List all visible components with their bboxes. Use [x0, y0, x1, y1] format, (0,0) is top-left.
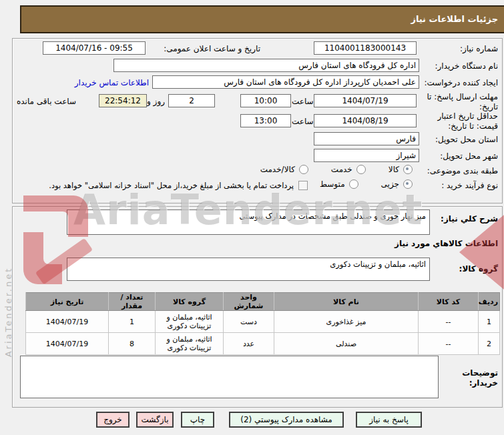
- classification-label: طبقه بندی موضوعی:: [427, 166, 498, 175]
- classification-option-goods-service[interactable]: کالا/خدمت: [260, 165, 308, 174]
- radio-medium-icon[interactable]: [349, 179, 358, 189]
- col-row-number: ردیف: [479, 293, 500, 311]
- response-deadline-label-line2: تاریخ:: [479, 102, 498, 111]
- cell-need-date: 1404/07/19: [26, 311, 109, 333]
- buyer-org-field[interactable]: اداره کل فرودگاه های استان فارس: [113, 59, 419, 72]
- buyer-notes-label-line2: خریدار:: [469, 378, 498, 388]
- radio-minor-icon[interactable]: [403, 179, 413, 189]
- cell-row-number: 1: [479, 311, 500, 333]
- remaining-suffix-label: ساعت باقی مانده: [17, 97, 76, 106]
- buyer-notes-label-line1: توضیحات: [462, 368, 498, 378]
- col-need-date: تاریخ نیاز: [26, 293, 109, 311]
- process-type-option-minor-label: جزیی: [381, 179, 399, 189]
- buyer-org-label: نام دستگاه خریدار:: [435, 61, 499, 71]
- cell-row-number: 2: [479, 333, 500, 355]
- goods-group-textarea[interactable]: اثاثیه، مبلمان و تزیینات دکوری: [67, 258, 430, 281]
- exit-button[interactable]: خروج: [96, 412, 130, 428]
- cell-goods-name: میز غذاخوری: [274, 311, 419, 333]
- buyer-notes-textarea[interactable]: [20, 356, 439, 398]
- col-goods-code: کد کالا: [419, 293, 479, 311]
- request-creator-label: ایجاد کننده درخواست:: [424, 78, 498, 87]
- goods-table: ردیف کد کالا نام کالا واحد شمارش گروه کا…: [25, 292, 500, 355]
- price-validity-label-line1: حداقل تاریخ اعتبار: [437, 111, 498, 121]
- cell-goods-group: اثاثیه، مبلمان و تزیینات دکوری: [156, 311, 224, 333]
- col-count-unit: واحد شمارش: [224, 293, 274, 311]
- delivery-city-label: شهر محل تحویل:: [440, 151, 498, 161]
- remaining-time-field: 22:54:12: [99, 94, 147, 107]
- need-number-label: شماره نیاز:: [460, 44, 498, 53]
- delivery-province-label: استان محل تحویل:: [435, 135, 498, 144]
- cell-count-unit: دست: [224, 311, 274, 333]
- need-details-page: { "title": "جزئیات اطلاعات نیاز", "water…: [0, 0, 504, 435]
- response-deadline-label-line1: مهلت ارسال پاسخ: تا: [427, 92, 498, 101]
- response-deadline-hour-label: ساعت: [292, 97, 314, 106]
- need-description-textarea[interactable]: میز نهار خوری و صندلی طبق مشخصات در مدار…: [67, 209, 430, 235]
- process-type-option-medium[interactable]: متوسط: [320, 179, 358, 189]
- radio-goods-icon[interactable]: [403, 165, 413, 174]
- cell-quantity: 1: [109, 311, 156, 333]
- need-number-field[interactable]: 1104001183000143: [314, 41, 417, 55]
- price-validity-label: حداقل تاریخ اعتبار قیمت: تا تاریخ:: [414, 111, 498, 131]
- classification-option-goods[interactable]: کالا: [389, 165, 413, 174]
- table-row: 1 -- میز غذاخوری دست اثاثیه، مبلمان و تز…: [26, 311, 500, 333]
- goods-group-label: گروه کالا:: [459, 264, 498, 274]
- treasury-checkbox[interactable]: [298, 181, 308, 190]
- process-type-option-minor[interactable]: جزیی: [381, 179, 413, 189]
- radio-service-icon[interactable]: [356, 165, 366, 174]
- price-validity-time-field[interactable]: 13:00: [240, 114, 291, 127]
- request-creator-field[interactable]: علی احمدیان کارپرداز اداره کل فرودگاه ها…: [152, 75, 419, 89]
- goods-table-wrapper: ردیف کد کالا نام کالا واحد شمارش گروه کا…: [25, 292, 500, 355]
- process-type-option-medium-label: متوسط: [320, 179, 345, 189]
- price-validity-label-line2: قیمت: تا تاریخ:: [448, 121, 498, 131]
- response-deadline-label: مهلت ارسال پاسخ: تا تاریخ:: [414, 92, 498, 112]
- treasury-checkbox-label: پرداخت تمام یا بخشی از مبلغ خرید،از محل …: [13, 181, 294, 190]
- back-button[interactable]: بازگشت: [136, 412, 174, 428]
- classification-option-service-label: خدمت: [331, 165, 352, 174]
- buyer-notes-label: توضیحات خریدار:: [451, 368, 498, 388]
- classification-option-goods-service-label: کالا/خدمت: [260, 165, 295, 174]
- cell-goods-code: --: [419, 333, 479, 355]
- cell-need-date: 1404/07/19: [26, 333, 109, 355]
- delivery-city-field[interactable]: شیراز: [314, 149, 419, 162]
- col-goods-name: نام کالا: [274, 293, 419, 311]
- announce-datetime-field[interactable]: 1404/07/16 - 09:55: [43, 41, 146, 55]
- delivery-province-field[interactable]: فارس: [314, 132, 419, 145]
- cell-goods-code: --: [419, 311, 479, 333]
- remaining-days-label: روز و: [147, 97, 165, 106]
- classification-option-service[interactable]: خدمت: [331, 165, 366, 174]
- classification-option-goods-label: کالا: [389, 165, 399, 174]
- view-attached-docs-button[interactable]: مشاهده مدارک پیوستي (2): [229, 412, 344, 428]
- price-validity-hour-label: ساعت: [292, 117, 314, 126]
- col-quantity: تعداد / مقدار: [109, 293, 156, 311]
- cell-goods-name: صندلی: [274, 333, 419, 355]
- cell-count-unit: عدد: [224, 333, 274, 355]
- announce-datetime-label: تاریخ و ساعت اعلان عمومی:: [146, 44, 260, 53]
- cell-quantity: 8: [109, 333, 156, 355]
- goods-info-heading: اطلاعات کالاهاي مورد نیاز: [395, 239, 498, 248]
- radio-goods-service-icon[interactable]: [299, 165, 308, 174]
- buyer-contact-link[interactable]: اطلاعات تماس خریدار: [75, 78, 149, 87]
- price-validity-date-field[interactable]: 1404/08/19: [314, 114, 417, 127]
- table-row: 2 -- صندلی عدد اثاثیه، مبلمان و تزیینات …: [26, 333, 500, 355]
- process-type-label: نوع فرآیند خرید :: [441, 181, 498, 190]
- page-title: جزئیات اطلاعات نیاز: [20, 5, 504, 33]
- goods-table-header-row: ردیف کد کالا نام کالا واحد شمارش گروه کا…: [26, 293, 500, 311]
- col-goods-group: گروه کالا: [156, 293, 224, 311]
- need-description-label: شرح کلي نیاز:: [441, 214, 498, 224]
- cell-goods-group: اثاثیه، مبلمان و تزیینات دکوری: [156, 333, 224, 355]
- process-type-options: جزیی متوسط: [320, 179, 413, 189]
- remaining-days-field: 2: [168, 94, 215, 107]
- respond-to-need-button[interactable]: پاسخ به نیاز: [356, 412, 422, 428]
- classification-options: کالا خدمت کالا/خدمت: [260, 165, 413, 174]
- response-deadline-time-field[interactable]: 10:00: [240, 94, 291, 107]
- print-button[interactable]: چاپ: [181, 412, 214, 428]
- response-deadline-date-field[interactable]: 1404/07/19: [314, 94, 417, 107]
